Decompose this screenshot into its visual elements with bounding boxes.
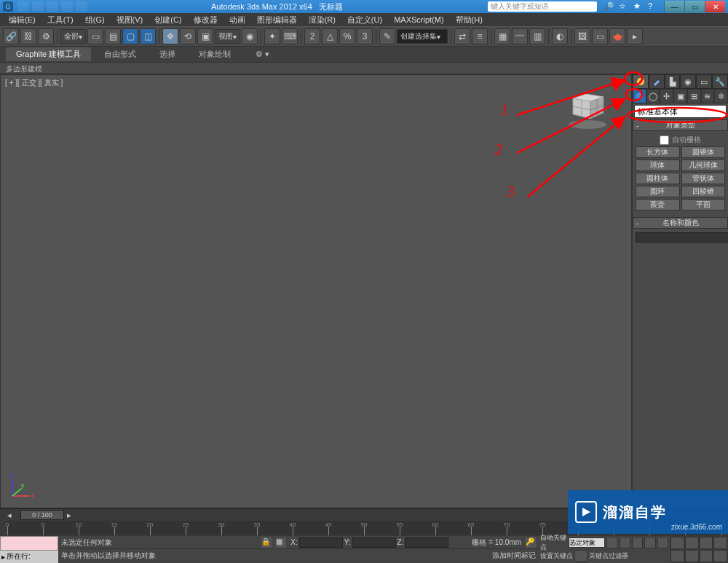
link-icon[interactable]: 🔗 <box>3 28 19 44</box>
keyfilter-label[interactable]: 关键点过滤器 <box>589 551 628 561</box>
viewport-perspective[interactable]: [ + ][ 正交 ][ 真实 ] z x y <box>0 74 632 508</box>
setkey-label[interactable]: 设置关键点 <box>540 551 573 561</box>
pan-icon[interactable] <box>670 537 684 549</box>
sel-lock-icon[interactable]: ▦ <box>276 538 286 548</box>
isolate-icon[interactable]: 🔑 <box>526 538 536 548</box>
scale-icon[interactable]: ▣ <box>197 28 213 44</box>
cat-systems[interactable]: ✲ <box>714 89 728 103</box>
menu-modifiers[interactable]: 修改器 <box>189 15 222 25</box>
schematic-icon[interactable]: ▥ <box>529 28 545 44</box>
ribbon-tab-freeform[interactable]: 自由形式 <box>94 47 146 61</box>
material-editor-icon[interactable]: ◐ <box>552 28 568 44</box>
cat-helpers[interactable]: ⊞ <box>687 89 701 103</box>
next-key-icon[interactable]: ▸ <box>67 511 77 520</box>
app-icon[interactable]: G <box>3 1 13 12</box>
render-setup-icon[interactable]: 🖼 <box>574 28 590 44</box>
minimize-button[interactable]: — <box>664 1 684 12</box>
mirror-icon[interactable]: ⇄ <box>454 28 470 44</box>
primitive-type-dropdown[interactable]: 标准基本体 <box>634 105 727 118</box>
btn-box[interactable]: 长方体 <box>636 146 680 158</box>
help-search-input[interactable]: 键入关键字或短语 <box>488 1 597 12</box>
unlink-icon[interactable]: ⛓ <box>20 28 36 44</box>
layers-icon[interactable]: ▦ <box>494 28 510 44</box>
prev-key-icon[interactable]: ◂ <box>7 511 17 520</box>
y-input[interactable] <box>352 538 396 548</box>
btn-geosphere[interactable]: 几何球体 <box>681 160 726 171</box>
menu-create[interactable]: 创建(C) <box>150 15 186 25</box>
lock-icon[interactable]: 🔒 <box>261 538 272 548</box>
render-icon[interactable]: 🫖 <box>609 28 625 44</box>
fov-icon[interactable] <box>700 537 713 549</box>
rendered-frame-icon[interactable]: ▭ <box>592 28 608 44</box>
menu-views[interactable]: 视图(V) <box>112 15 148 25</box>
snap-percent-icon[interactable]: △ <box>322 28 338 44</box>
edit-named-sel-icon[interactable]: ✎ <box>379 28 395 44</box>
object-name-input[interactable] <box>636 232 728 243</box>
viewport-label[interactable]: [ + ][ 正交 ][ 真实 ] <box>5 78 63 88</box>
btn-teapot[interactable]: 茶壶 <box>636 199 680 210</box>
goto-start-icon[interactable] <box>606 537 617 548</box>
ribbon-tab-paint[interactable]: 对象绘制 <box>189 47 241 61</box>
bind-icon[interactable]: ⚙ <box>38 28 54 44</box>
zoom-icon[interactable] <box>685 537 699 549</box>
rollout-object-type[interactable]: -对象类型 <box>633 119 728 131</box>
qat-open-icon[interactable] <box>32 1 44 12</box>
prev-frame-icon[interactable] <box>620 537 630 548</box>
qat-new-icon[interactable] <box>17 1 29 12</box>
btn-cone[interactable]: 圆锥体 <box>681 146 726 158</box>
maximize-button[interactable]: ▭ <box>684 1 705 12</box>
comm-icon[interactable]: ☆ <box>619 1 629 12</box>
move-icon[interactable]: ✥ <box>162 28 178 44</box>
render-production-icon[interactable]: ▸ <box>627 28 643 44</box>
select-name-icon[interactable]: ▤ <box>105 28 121 44</box>
tab-motion[interactable]: ◉ <box>680 74 696 89</box>
select-rect-icon[interactable]: ▢ <box>122 28 138 44</box>
ribbon-tab-modeling[interactable]: Graphite 建模工具 <box>6 47 91 61</box>
time-slider-handle[interactable]: 0 / 100 <box>20 510 64 520</box>
qat-undo-icon[interactable] <box>61 1 73 12</box>
tab-hierarchy[interactable]: ▙ <box>665 74 681 89</box>
ribbon-config-icon[interactable]: ⚙ ▾ <box>250 48 275 60</box>
tab-create[interactable] <box>633 74 649 89</box>
zoom-extents-icon[interactable] <box>670 550 684 562</box>
keyboard-icon[interactable]: ⌨ <box>282 28 298 44</box>
key-target-input[interactable] <box>569 538 605 548</box>
goto-end-icon[interactable] <box>657 537 668 548</box>
help-icon[interactable]: ? <box>648 1 658 12</box>
select-object-icon[interactable]: ▭ <box>87 28 103 44</box>
next-frame-icon[interactable] <box>644 537 655 548</box>
window-crossing-icon[interactable]: ◫ <box>140 28 156 44</box>
rotate-icon[interactable]: ⟲ <box>180 28 196 44</box>
tab-display[interactable]: ▭ <box>696 74 712 89</box>
fav-icon[interactable]: ★ <box>633 1 644 12</box>
ribbon-tab-selection[interactable]: 选择 <box>149 47 186 61</box>
rollout-name-color[interactable]: -名称和颜色 <box>633 217 728 229</box>
align-icon[interactable]: ≡ <box>472 28 488 44</box>
snap-angle-icon[interactable]: 2 <box>304 28 320 44</box>
viewcube-icon[interactable] <box>566 94 609 130</box>
menu-group[interactable]: 组(G) <box>81 15 109 25</box>
menu-graph-editors[interactable]: 图形编辑器 <box>253 15 301 25</box>
pivot-icon[interactable]: ◉ <box>242 28 258 44</box>
close-button[interactable]: ✕ <box>705 1 725 12</box>
maximize-viewport-icon[interactable] <box>700 550 713 562</box>
cat-cameras[interactable]: ▣ <box>673 89 687 103</box>
cat-lights[interactable]: ✢ <box>660 89 673 103</box>
key-tangent-icon[interactable] <box>574 550 587 562</box>
btn-cylinder[interactable]: 圆柱体 <box>636 173 680 184</box>
subscription-icon[interactable]: 🔎 <box>604 1 614 12</box>
curve-editor-icon[interactable]: 〰 <box>512 28 528 44</box>
autogrid-checkbox[interactable] <box>660 135 669 145</box>
menu-maxscript[interactable]: MAXScript(M) <box>389 15 448 24</box>
play-icon[interactable] <box>632 537 643 548</box>
tab-utilities[interactable]: 🔧 <box>712 74 728 89</box>
ref-coord-dropdown[interactable]: 视图 ▾ <box>215 29 240 44</box>
tab-modify[interactable] <box>649 74 665 89</box>
orbit-icon[interactable] <box>685 550 699 562</box>
snap-spinner-icon[interactable]: % <box>339 28 355 44</box>
menu-rendering[interactable]: 渲染(R) <box>304 15 340 25</box>
z-input[interactable] <box>405 538 448 548</box>
add-time-tag[interactable]: 添加时间标记 <box>492 551 536 561</box>
cat-shapes[interactable]: ◯ <box>646 89 660 103</box>
btn-plane[interactable]: 平面 <box>681 199 726 210</box>
